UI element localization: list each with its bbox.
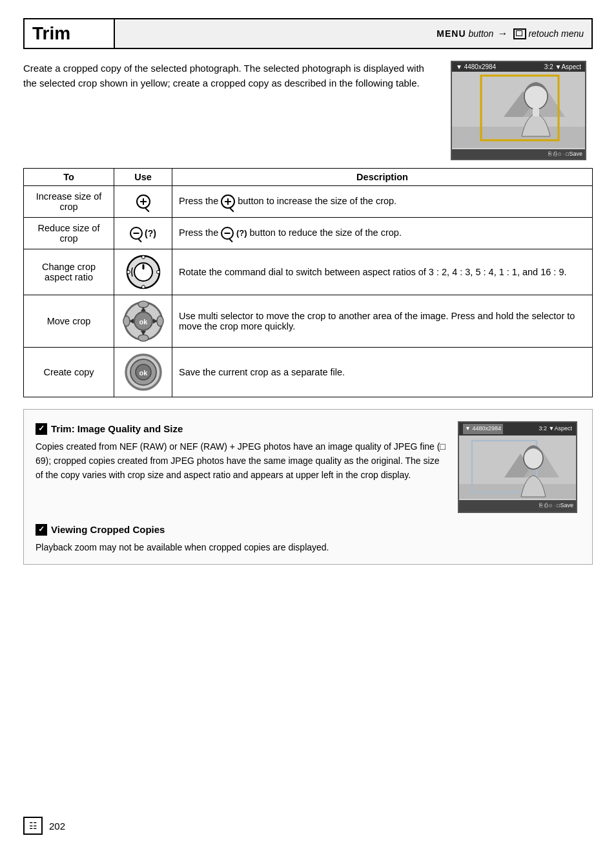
note-image-quality-section: ✓ Trim: Image Quality and Size Copies cr… — [36, 421, 580, 513]
svg-rect-3 — [452, 127, 585, 148]
svg-point-9 — [141, 286, 145, 289]
note-viewing-section: ✓ Viewing Cropped Copies Playback zoom m… — [36, 522, 580, 555]
note-body-1: Copies created from NEF (RAW) or NEF (RA… — [36, 440, 446, 482]
zoom-out-icon: (?) — [121, 227, 165, 240]
note-title-text-2: Viewing Cropped Copies — [51, 522, 165, 537]
zoom-symbol-inline — [221, 194, 235, 209]
cell-to-2: Reduce size of crop — [24, 218, 114, 249]
screen-bottom-bar: ⎘ ⎙ ☉ ⸱ ☐Save — [452, 149, 585, 159]
table-header-row: To Use Description — [24, 169, 593, 186]
table-row: Create copy ok Save the current crop as … — [24, 348, 593, 397]
arrow-symbol: → — [497, 28, 508, 39]
cell-to-4: Move crop — [24, 295, 114, 348]
retouch-menu-text: retouch menu — [528, 28, 584, 39]
svg-text:ok: ok — [139, 369, 148, 377]
svg-rect-6 — [533, 109, 539, 116]
table-row: Reduce size of crop (?) Press the (?) bu… — [24, 218, 593, 249]
cell-use-3 — [114, 249, 172, 295]
note-screen-img — [459, 435, 576, 500]
screen-aspect: 3:2 ▼Aspect — [544, 63, 581, 70]
cell-desc-4: Use multi selector to move the crop to a… — [172, 295, 593, 348]
command-dial-icon — [121, 255, 165, 289]
title-text: Trim — [32, 23, 70, 44]
dial-svg — [126, 255, 161, 289]
page-header: Trim MENU button → retouch menu — [23, 18, 593, 49]
svg-point-17 — [123, 316, 130, 326]
svg-point-10 — [127, 271, 130, 274]
cell-desc-5: Save the current crop as a separate file… — [172, 348, 593, 397]
check-icon-2: ✓ — [36, 524, 47, 536]
svg-text:ok: ok — [139, 318, 148, 326]
cell-to-5: Create copy — [24, 348, 114, 397]
instructions-table: To Use Description Increase size of crop… — [23, 168, 593, 397]
multi-selector-svg: ok — [123, 300, 164, 342]
ok-btn-svg: ok — [124, 353, 163, 392]
svg-point-16 — [138, 335, 149, 341]
cell-desc-1: Press the button to increase the size of… — [172, 186, 593, 218]
zoom-in-symbol — [136, 194, 150, 209]
camera-screen: ▼ 4480x2984 3:2 ▼Aspect — [451, 61, 586, 160]
note-body-2: Playback zoom may not be available when … — [36, 541, 580, 555]
multi-selector-icon: ok — [121, 300, 165, 342]
cell-desc-2: Press the (?) button to reduce the size … — [172, 218, 593, 249]
zoom-in-icon — [121, 194, 165, 209]
screen-top-bar: ▼ 4480x2984 3:2 ▼Aspect — [452, 62, 585, 72]
page-footer: ☷ 202 — [23, 817, 65, 835]
cell-use-2: (?) — [114, 218, 172, 249]
table-row: Increase size of crop Press the button t… — [24, 186, 593, 218]
note-screen-bottom: ⎘ ⎙ ☉ ⸱ ☐Save — [459, 500, 576, 512]
note-camera-screen: ▼ 4480x2984 3:2 ▼Aspect — [458, 421, 577, 513]
screen-resolution: ▼ 4480x2984 — [456, 63, 496, 70]
table-row: Move crop ok — [24, 295, 593, 348]
col-header-use: Use — [114, 169, 172, 186]
cell-desc-3: Rotate the command dial to switch betwee… — [172, 249, 593, 295]
cell-to-1: Increase size of crop — [24, 186, 114, 218]
page-title: Trim — [25, 19, 115, 48]
note-box: ✓ Trim: Image Quality and Size Copies cr… — [23, 409, 593, 565]
button-text: button — [468, 28, 493, 39]
cell-use-5: ok — [114, 348, 172, 397]
header-menu-info: MENU button → retouch menu — [115, 19, 591, 48]
check-icon-1: ✓ — [36, 423, 47, 435]
intro-section: Create a cropped copy of the selected ph… — [23, 61, 593, 160]
menu-icon: ☷ — [23, 817, 43, 835]
note-screen-top: ▼ 4480x2984 3:2 ▼Aspect — [459, 423, 576, 435]
note-title-1: ✓ Trim: Image Quality and Size — [36, 421, 446, 436]
note-title-2: ✓ Viewing Cropped Copies — [36, 522, 580, 537]
menu-word: MENU — [436, 28, 466, 39]
zoom-out-symbol — [130, 227, 143, 240]
screen-image-area — [452, 72, 585, 149]
question-mark: (?) — [145, 228, 156, 238]
svg-point-8 — [141, 256, 145, 259]
cell-use-1 — [114, 186, 172, 218]
intro-text: Create a cropped copy of the selected ph… — [23, 61, 439, 160]
svg-rect-13 — [142, 264, 144, 269]
note-text-column: ✓ Trim: Image Quality and Size Copies cr… — [36, 421, 446, 513]
screen-illustration — [452, 72, 585, 148]
svg-point-18 — [157, 316, 163, 326]
cell-use-4: ok — [114, 295, 172, 348]
note-camera-image: ▼ 4480x2984 3:2 ▼Aspect — [458, 421, 580, 513]
ok-button-icon: ok — [121, 353, 165, 392]
intro-camera-image: ▼ 4480x2984 3:2 ▼Aspect — [451, 61, 593, 160]
page-number: 202 — [49, 821, 65, 832]
svg-point-11 — [156, 271, 159, 274]
col-header-desc: Description — [172, 169, 593, 186]
zoom-out-inline — [221, 227, 234, 240]
cell-to-3: Change crop aspect ratio — [24, 249, 114, 295]
col-header-to: To — [24, 169, 114, 186]
note-title-text-1: Trim: Image Quality and Size — [51, 421, 183, 436]
svg-point-15 — [138, 301, 149, 308]
note-illustration — [459, 435, 576, 499]
svg-rect-32 — [459, 484, 576, 499]
table-row: Change crop aspect ratio — [24, 249, 593, 295]
